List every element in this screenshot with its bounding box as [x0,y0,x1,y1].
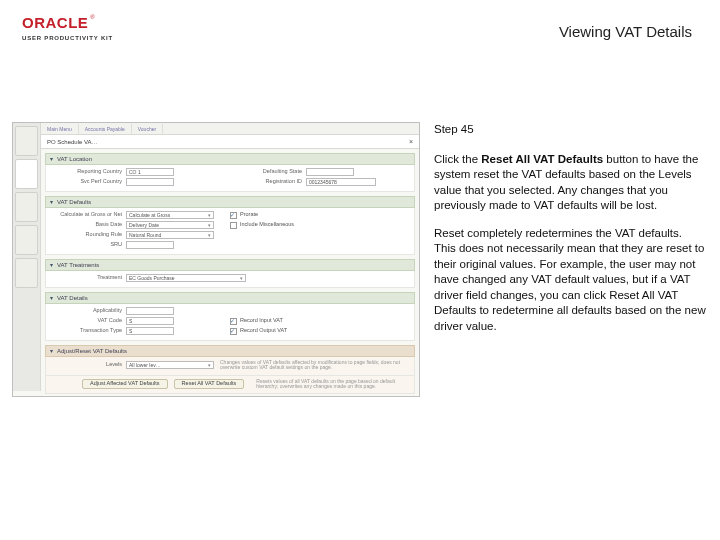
label: Registration ID [230,179,306,185]
label: Record Input VAT [240,318,283,324]
label: Treatment [50,275,126,281]
step-label: Step 45 [434,122,706,138]
oracle-logo: ORACLE® USER PRODUCTIVITY KIT [22,14,113,41]
section-vat-defaults[interactable]: ▾ VAT Defaults [45,196,415,208]
label: Include Miscellaneous [240,222,294,228]
section-vat-location[interactable]: ▾ VAT Location [45,153,415,165]
section-title: Adjust/Reset VAT Defaults [57,348,127,354]
instruction-panel: Step 45 Click the Reset All VAT Defaults… [434,122,706,397]
sidebar-tab[interactable] [15,225,38,255]
label: Svc Perf Country [50,179,126,185]
reset-all-vat-defaults-button[interactable]: Reset All VAT Defaults [174,379,245,389]
label: SRU [50,242,126,248]
app-sidebar [13,123,41,391]
svc-perf-country-field[interactable] [126,178,174,186]
applicability-field[interactable] [126,307,174,315]
window-bar: PO Schedule VA… × [41,135,419,149]
label: Levels [50,362,126,368]
sidebar-tab[interactable] [15,192,38,222]
collapse-icon: ▾ [50,348,53,354]
breadcrumb-item[interactable]: Voucher [138,124,163,134]
embedded-screenshot: Main Menu Accounts Payable Voucher PO Sc… [12,122,420,397]
sidebar-tab[interactable] [15,159,38,189]
breadcrumb-item[interactable]: Accounts Payable [85,124,132,134]
sidebar-tab[interactable] [15,126,38,156]
text: Click the [434,153,481,165]
adjust-affected-vat-defaults-button[interactable]: Adjust Affected VAT Defaults [82,379,168,389]
section-adjust-reset[interactable]: ▾ Adjust/Reset VAT Defaults [45,345,415,357]
instruction-paragraph: Reset completely redetermines the VAT de… [434,226,706,335]
label: Record Output VAT [240,328,287,334]
section-title: VAT Treatments [57,262,99,268]
vat-code-field[interactable]: S [126,317,174,325]
label: Applicability [50,308,126,314]
page-header: ORACLE® USER PRODUCTIVITY KIT Viewing VA… [0,0,720,52]
treatment-select[interactable]: EC Goods Purchase [126,274,246,282]
section-vat-treatments[interactable]: ▾ VAT Treatments [45,259,415,271]
registration-id-field[interactable]: 0012345678 [306,178,376,186]
rounding-select[interactable]: Natural Round [126,231,214,239]
window-title: PO Schedule VA… [47,139,98,145]
label: Basis Date [50,222,126,228]
record-input-checkbox[interactable] [230,318,237,325]
label: Transaction Type [50,328,126,334]
label: Prorate [240,212,258,218]
label: VAT Code [50,318,126,324]
bold-text: Reset All VAT Defaults [481,153,603,165]
basis-date-select[interactable]: Delivery Date [126,221,214,229]
page-title: Viewing VAT Details [559,24,692,39]
collapse-icon: ▾ [50,262,53,268]
section-vat-details[interactable]: ▾ VAT Details [45,292,415,304]
logo-brand: ORACLE [22,14,88,31]
label: Rounding Rule [50,232,126,238]
collapse-icon: ▾ [50,156,53,162]
logo-tm-icon: ® [90,14,94,20]
breadcrumb-item[interactable]: Main Menu [47,124,79,134]
levels-select[interactable]: All lower lev… [126,361,214,369]
sidebar-tab[interactable] [15,258,38,288]
instruction-paragraph: Click the Reset All VAT Defaults button … [434,152,706,214]
logo-subtitle: USER PRODUCTIVITY KIT [22,35,113,41]
section-title: VAT Details [57,295,88,301]
include-misc-checkbox[interactable] [230,222,237,229]
sru-field[interactable] [126,241,174,249]
breadcrumb-tabs: Main Menu Accounts Payable Voucher [41,123,419,135]
hint-text: Resets values of all VAT defaults on the… [250,379,404,389]
hint-text: Changes values of VAT defaults affected … [214,360,410,370]
section-title: VAT Defaults [57,199,91,205]
collapse-icon: ▾ [50,199,53,205]
reporting-country-field[interactable]: CO 1 [126,168,174,176]
label: Calculate at Gross or Net [50,212,126,218]
calc-gross-select[interactable]: Calculate at Gross [126,211,214,219]
txn-type-field[interactable]: S [126,327,174,335]
defaulting-state-field[interactable] [306,168,354,176]
section-title: VAT Location [57,156,92,162]
prorate-checkbox[interactable] [230,212,237,219]
record-output-checkbox[interactable] [230,328,237,335]
collapse-icon: ▾ [50,295,53,301]
label: Reporting Country [50,169,126,175]
label: Defaulting State [230,169,306,175]
close-icon[interactable]: × [409,138,413,145]
